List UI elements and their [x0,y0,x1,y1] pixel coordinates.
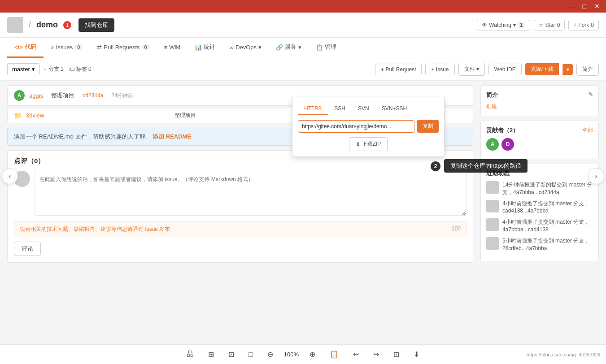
close-btn[interactable]: ✕ [592,2,602,11]
header-right: 👁 Watching ▾ 1 ☆ Star 0 ⑂ Fork 0 [477,20,599,30]
tab-issues-label: Issues [56,44,73,51]
comment-footer: 项目相关的技术问题、缺陷报告、建议等信息请通过 Issue 发布 200 [14,221,466,237]
commit-hash[interactable]: cd2344a [83,92,103,99]
toolbar-info: ⑂ 分支 1 🏷 标签 0 [44,65,371,73]
contributor-avatar-d: D [501,138,514,151]
tab-pr-label: Pull Requests [104,44,140,51]
clone-tab-svnssh[interactable]: SVN+SSH [375,103,413,115]
clone-button[interactable]: 克隆/下载 [525,63,559,75]
star-count: 0 [557,22,560,28]
file-arrow-icon: ▾ [476,66,479,72]
fork-button[interactable]: ⑂ Fork 0 [568,20,599,30]
tab-stats[interactable]: 📊 统计 [187,38,222,58]
tab-devops-label: DevOps [235,44,257,51]
webide-button[interactable]: Web IDE [488,64,522,75]
commit-avatar: A [14,90,25,101]
watch-count: 1 [518,22,525,28]
intro-section: 简介 ✎ 创建 [480,85,599,116]
clone-tab-https[interactable]: HTTPS [298,103,328,115]
tab-admin-label: 管理 [325,43,336,51]
tab-devops[interactable]: ∞ DevOps ▾ [222,38,269,58]
tab-code-label: 代码 [25,43,36,51]
fork-label: Fork [578,22,589,28]
comment-footer-text: 项目相关的技术问题、缺陷报告、建议等信息请通过 Issue 发布 [20,225,170,233]
issues-badge: 0 [74,44,83,50]
issue-button[interactable]: + Issue [425,64,454,75]
activity-thumb-2 [486,218,499,231]
tag-icon: 🏷 [69,66,74,73]
intro-title-label: 简介 [486,91,498,99]
star-button[interactable]: ☆ Star 0 [534,20,565,30]
issues-icon: ○ [51,44,54,51]
clone-copy-button[interactable]: 复制 [417,120,439,133]
contributors-all-link[interactable]: 全部 [582,126,593,134]
clone-tabs: HTTPS SSH SVN SVN+SSH [298,103,439,115]
intro-button[interactable]: 简介 [576,63,599,76]
activity-section: 近期动态 14分钟前推送了新的提交到 master 分支，4a7bbba...c… [480,164,599,261]
repo-separator: / [29,20,31,30]
tab-code[interactable]: </> 代码 [7,38,44,58]
watch-button[interactable]: 👁 Watching ▾ 1 [477,20,530,30]
intro-edit-icon[interactable]: ✎ [588,91,593,99]
activity-thumb-3 [486,237,499,250]
branch-count-icon: ⑂ [44,66,47,73]
file-name[interactable]: 3dview [26,112,170,119]
devops-icon: ∞ [230,44,234,51]
branch-select[interactable]: master ▾ [7,63,40,75]
readme-link[interactable]: 添加 README [153,133,191,140]
tab-stats-label: 统计 [204,43,215,51]
header-left: / demo 1 找到仓库 [7,17,114,33]
contributors-section: 贡献者（2） 全部 A D [480,121,599,159]
services-icon: 🔗 [276,44,283,51]
clone-tab-svn[interactable]: SVN [352,103,375,115]
clone-download-button[interactable]: ⬇ 下载ZIP [349,137,388,151]
devops-arrow-icon: ▾ [258,44,262,51]
tag-count: 🏷 标签 0 [69,65,92,73]
commit-author[interactable]: aggis [29,92,43,99]
create-label[interactable]: 创建 [486,103,497,109]
tab-pullrequests[interactable]: ⇄ Pull Requests 0 [90,38,157,58]
intro-title: 简介 ✎ [486,91,593,99]
tab-issues[interactable]: ○ Issues 0 [44,38,90,58]
toolbar-actions: + Pull Request + Issue 文件 ▾ Web IDE 克隆/下… [375,63,599,76]
clone-arrow-button[interactable]: ▾ [562,64,573,75]
clone-tab-ssh[interactable]: SSH [328,103,352,115]
tab-services[interactable]: 🔗 服务 ▾ [269,38,309,58]
comment-textarea[interactable] [35,171,466,216]
eye-icon: 👁 [482,22,487,28]
comment-input-area [14,171,466,217]
file-button[interactable]: 文件 ▾ [458,63,485,76]
char-count: 200 [452,225,461,233]
carousel-arrow-right[interactable]: › [588,168,604,184]
contributors-title: 贡献者（2） 全部 [486,126,593,134]
file-label: 文件 [464,66,475,72]
tab-wiki[interactable]: ≡ Wiki [157,38,187,58]
toolbar: master ▾ ⑂ 分支 1 🏷 标签 0 + Pull Request + … [0,58,606,81]
fork-icon: ⑂ [573,22,576,28]
carousel-arrow-left[interactable]: ‹ [2,168,18,184]
activity-thumb-0 [486,181,499,194]
activity-text-0: 14分钟前推送了新的提交到 master 分支，4a7bbba...cd2344… [502,181,593,196]
nav-tabs: </> 代码 ○ Issues 0 ⇄ Pull Requests 0 ≡ Wi… [0,38,606,58]
repo-name: demo [36,20,58,30]
clone-url-input[interactable] [298,120,414,133]
title-bar: — □ ✕ [0,0,606,13]
comment-title: 点评（0） [14,157,466,165]
maximize-btn[interactable]: □ [580,2,589,11]
download-icon: ⬇ [356,141,360,147]
header: / demo 1 找到仓库 👁 Watching ▾ 1 ☆ Star 0 ⑂ … [0,13,606,38]
tooltip-box: 复制这个仓库的https的路径 [444,159,528,173]
window-controls[interactable]: — □ ✕ [566,2,602,11]
star-icon: ☆ [539,22,544,28]
comment-submit-button[interactable]: 评论 [14,242,41,256]
pull-request-button[interactable]: + Pull Request [375,64,422,75]
find-repo-button[interactable]: 找到仓库 [78,18,114,32]
clone-dropdown: HTTPS SSH SVN SVN+SSH 复制 ⬇ 下载ZIP [292,97,445,157]
tab-admin[interactable]: 📋 管理 [309,38,344,58]
commit-message: 整理项目 [51,91,74,100]
minimize-btn[interactable]: — [566,2,577,11]
commit-avatar-initial: A [17,92,22,99]
stats-icon: 📊 [195,44,202,51]
activity-text-2: 4小时前强推了提交到 master 分支，4a7bbba...cad4138 [502,218,593,234]
contributor-avatar-a: A [486,138,499,151]
